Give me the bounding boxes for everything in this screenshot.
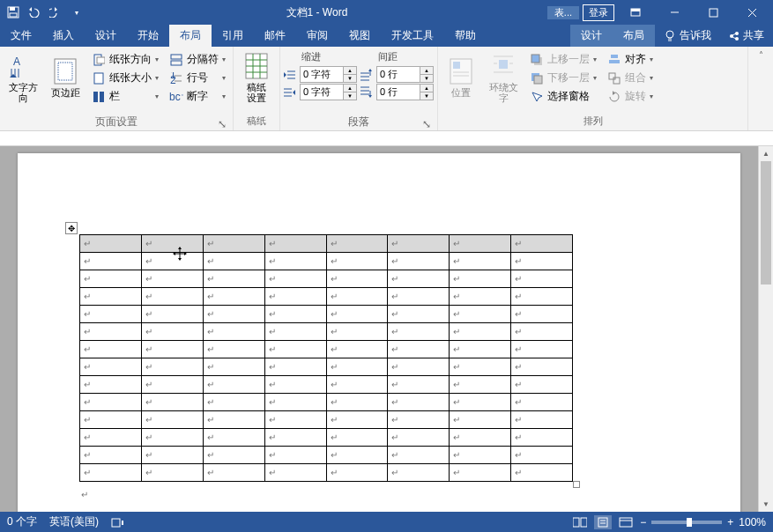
zoom-slider[interactable] [651,521,722,524]
table-cell[interactable]: ↵ [264,394,326,411]
size-button[interactable]: 纸张大小▾ [88,69,162,87]
scroll-up-button[interactable]: ▲ [759,146,773,161]
table-cell[interactable]: ↵ [450,341,511,358]
table-cell[interactable]: ↵ [141,429,203,447]
table-cell[interactable]: ↵ [141,341,203,358]
table-cell[interactable]: ↵ [264,341,326,358]
table-resize-handle[interactable] [573,481,580,488]
selection-pane-button[interactable]: 选择窗格 [526,87,600,106]
table-cell[interactable]: ↵ [141,235,203,253]
margins-button[interactable]: 页边距 [46,48,85,107]
minimize-button[interactable] [657,0,692,25]
table-cell[interactable]: ↵ [264,447,326,464]
tab-视图[interactable]: 视图 [338,25,381,47]
columns-button[interactable]: 栏▾ [88,87,162,106]
tab-审阅[interactable]: 审阅 [296,25,338,47]
tab-布局[interactable]: 布局 [169,25,212,47]
table-cell[interactable]: ↵ [388,429,450,447]
table-cell[interactable]: ↵ [450,358,511,376]
table-cell[interactable]: ↵ [511,253,573,270]
table-cell[interactable]: ↵ [326,394,388,411]
share-button[interactable]: 共享 [720,25,773,47]
table-cell[interactable]: ↵ [511,235,573,253]
table-cell[interactable]: ↵ [450,235,511,253]
table-row[interactable]: ↵↵↵↵↵↵↵↵ [80,376,573,394]
table-cell[interactable]: ↵ [141,358,203,376]
table-cell[interactable]: ↵ [511,306,573,323]
table-cell[interactable]: ↵ [450,464,511,482]
table-cell[interactable]: ↵ [450,429,511,447]
indent-left-input[interactable]: ▲▼ [300,66,357,83]
breaks-button[interactable]: 分隔符▾ [166,50,229,69]
table-cell[interactable]: ↵ [80,411,142,429]
indent-right-input[interactable]: ▲▼ [300,84,357,100]
table-cell[interactable]: ↵ [203,376,264,394]
table-cell[interactable]: ↵ [80,288,142,306]
table-cell[interactable]: ↵ [264,358,326,376]
table-cell[interactable]: ↵ [141,411,203,429]
table-cell[interactable]: ↵ [141,376,203,394]
scroll-thumb[interactable] [761,161,771,284]
table-row[interactable]: ↵↵↵↵↵↵↵↵ [80,394,573,411]
table-cell[interactable]: ↵ [450,394,511,411]
table-cell[interactable]: ↵ [141,394,203,411]
word-count[interactable]: 0 个字 [7,514,37,529]
table-row[interactable]: ↵↵↵↵↵↵↵↵ [80,411,573,429]
zoom-level[interactable]: 100% [739,516,766,528]
table-cell[interactable]: ↵ [450,306,511,323]
table-cell[interactable]: ↵ [264,464,326,482]
table-row[interactable]: ↵↵↵↵↵↵↵↵ [80,288,573,306]
tab-邮件[interactable]: 邮件 [254,25,296,47]
table-cell[interactable]: ↵ [388,394,450,411]
print-layout-button[interactable] [594,515,612,529]
ctx-tab-布局[interactable]: 布局 [613,25,655,47]
table-cell[interactable]: ↵ [511,394,573,411]
table-cell[interactable]: ↵ [450,270,511,288]
scroll-down-button[interactable]: ▼ [759,497,773,512]
page[interactable]: ✥ ↵↵↵↵↵↵↵↵↵↵↵↵↵↵↵↵↵↵↵↵↵↵↵↵↵↵↵↵↵↵↵↵↵↵↵↵↵↵… [18,153,740,512]
space-before-input[interactable]: ▲▼ [376,66,434,83]
table-cell[interactable]: ↵ [511,429,573,447]
table-cell[interactable]: ↵ [511,323,573,341]
qat-customize-button[interactable]: ▾ [67,3,86,22]
table-row[interactable]: ↵↵↵↵↵↵↵↵ [80,429,573,447]
table-cell[interactable]: ↵ [80,323,142,341]
table-row[interactable]: ↵↵↵↵↵↵↵↵ [80,464,573,482]
table-cell[interactable]: ↵ [264,253,326,270]
table-cell[interactable]: ↵ [264,235,326,253]
table-cell[interactable]: ↵ [388,447,450,464]
table-cell[interactable]: ↵ [141,253,203,270]
table-cell[interactable]: ↵ [264,376,326,394]
zoom-in-button[interactable]: + [727,516,733,528]
table-cell[interactable]: ↵ [80,270,142,288]
table-row[interactable]: ↵↵↵↵↵↵↵↵ [80,341,573,358]
table-row[interactable]: ↵↵↵↵↵↵↵↵ [80,323,573,341]
save-button[interactable] [4,3,23,22]
macro-status-icon[interactable] [111,517,123,528]
table-row[interactable]: ↵↵↵↵↵↵↵↵ [80,306,573,323]
table-cell[interactable]: ↵ [388,411,450,429]
hyphenation-button[interactable]: bc⁻断字▾ [166,87,229,106]
read-mode-button[interactable] [571,515,589,529]
tab-开发工具[interactable]: 开发工具 [381,25,444,47]
undo-button[interactable] [25,3,44,22]
table-cell[interactable]: ↵ [141,270,203,288]
table-row[interactable]: ↵↵↵↵↵↵↵↵ [80,253,573,270]
table-cell[interactable]: ↵ [203,464,264,482]
table-cell[interactable]: ↵ [388,464,450,482]
table-cell[interactable]: ↵ [511,341,573,358]
spinner-down-button[interactable]: ▼ [344,92,356,100]
text-direction-button[interactable]: A 文字方向 [4,48,42,107]
table-cell[interactable]: ↵ [203,270,264,288]
table-cell[interactable]: ↵ [450,411,511,429]
table-cell[interactable]: ↵ [141,447,203,464]
table-cell[interactable]: ↵ [326,358,388,376]
ribbon-display-button[interactable] [618,0,653,25]
table-cell[interactable]: ↵ [511,411,573,429]
table-cell[interactable]: ↵ [203,341,264,358]
table-cell[interactable]: ↵ [450,323,511,341]
table-cell[interactable]: ↵ [511,464,573,482]
table-cell[interactable]: ↵ [80,464,142,482]
table-cell[interactable]: ↵ [388,270,450,288]
table-cell[interactable]: ↵ [326,270,388,288]
